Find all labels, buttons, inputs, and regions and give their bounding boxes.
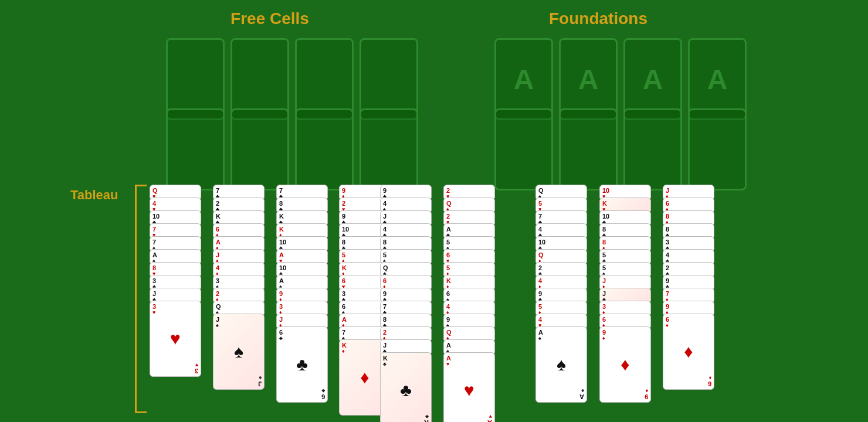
tableau-bracket <box>135 185 147 413</box>
card[interactable]: A♠ ♠ A♠ <box>535 326 587 403</box>
free-cell-slot-2[interactable] <box>230 38 289 120</box>
foundation-slot-3[interactable] <box>623 38 682 120</box>
free-cell-slot-4[interactable] <box>360 38 418 120</box>
foundation-slot-7[interactable] <box>623 108 682 190</box>
free-cell-slot-3[interactable] <box>295 38 354 120</box>
free-cell-slot-6[interactable] <box>230 108 289 190</box>
foundation-slot-8[interactable] <box>688 108 747 190</box>
card[interactable]: 6♣ ♣ 6♣ <box>276 326 328 403</box>
free-cell-slot-8[interactable] <box>360 108 418 190</box>
card[interactable]: 6♦ ♦ 6♦ <box>663 314 714 390</box>
foundation-slot-4[interactable] <box>688 38 747 120</box>
card[interactable]: 9♦ ♦ 9♦ <box>599 326 651 403</box>
card[interactable]: A♥ ♥ A♥ <box>443 352 495 422</box>
free-cell-slot-7[interactable] <box>295 108 354 190</box>
free-cell-slot-5[interactable] <box>166 108 225 190</box>
foundations-label: Foundations <box>487 9 710 28</box>
foundation-slot-5[interactable] <box>494 108 553 190</box>
free-cells-label: Free Cells <box>164 9 375 28</box>
card[interactable]: J♠ ♠ J♠ <box>213 314 265 390</box>
card[interactable]: K♣ ♣ K♣ <box>380 352 432 422</box>
card[interactable]: 3♥ ♥ 3♥ <box>150 301 201 377</box>
free-cell-slot-1[interactable] <box>166 38 225 120</box>
foundation-slot-1[interactable] <box>494 38 553 120</box>
foundation-slot-6[interactable] <box>559 108 618 190</box>
tableau-label: Tableau <box>70 188 118 203</box>
foundation-slot-2[interactable] <box>559 38 618 120</box>
